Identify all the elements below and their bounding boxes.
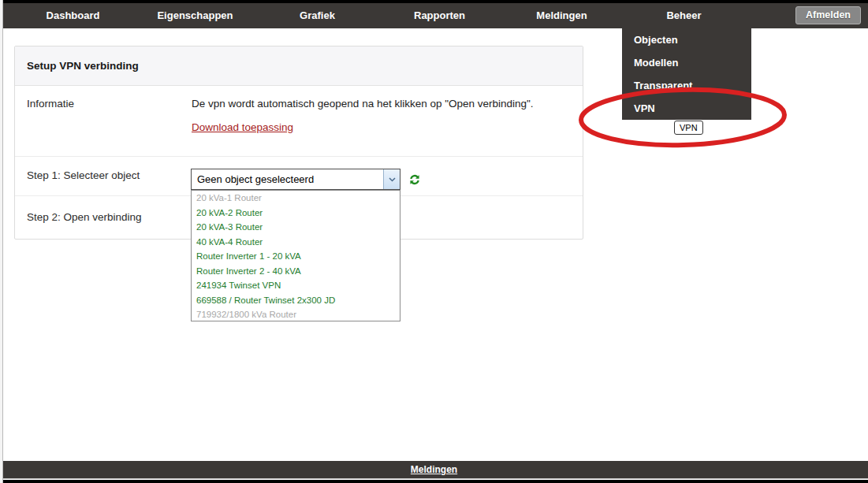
nav-item[interactable]: Dashboard	[12, 3, 134, 28]
menu-item[interactable]: Transparent	[622, 74, 751, 97]
nav-item[interactable]: Meldingen	[501, 3, 623, 28]
dropdown-option[interactable]: 719932/1800 kVa Router	[192, 307, 400, 321]
nav-item[interactable]: Rapporten	[378, 3, 501, 28]
top-navigation: DashboardEigenschappenGrafiekRapportenMe…	[0, 3, 868, 28]
menu-item[interactable]: Modellen	[622, 51, 751, 74]
beheer-dropdown-menu: ObjectenModellenTransparentVPN	[622, 28, 751, 120]
vpn-tooltip: VPN	[674, 121, 703, 135]
nav-item[interactable]: Eigenschappen	[134, 3, 256, 28]
dropdown-option[interactable]: 20 kVA-3 Router	[192, 220, 400, 235]
info-content: De vpn wordt automatisch geopend na het …	[192, 98, 534, 133]
dropdown-option[interactable]: 40 kVA-4 Router	[192, 235, 400, 250]
menu-item[interactable]: VPN	[622, 97, 751, 120]
dropdown-option[interactable]: 241934 Twinset VPN	[192, 278, 400, 293]
bottom-black-strip	[0, 480, 868, 483]
chevron-down-icon[interactable]	[383, 169, 400, 189]
left-edge-gutter	[0, 0, 3, 483]
dropdown-option[interactable]: Router Inverter 1 - 20 kVA	[192, 249, 400, 264]
refresh-icon[interactable]	[408, 173, 421, 186]
info-label: Informatie	[27, 98, 74, 110]
menu-item[interactable]: Objecten	[622, 28, 751, 51]
footer-bar: Meldingen	[0, 461, 868, 479]
nav-item[interactable]: Grafiek	[256, 3, 378, 28]
logout-button[interactable]: Afmelden	[795, 6, 861, 24]
info-row: Informatie De vpn wordt automatisch geop…	[15, 86, 583, 157]
object-select[interactable]: Geen object geselecteerd	[191, 169, 400, 190]
footer-meldingen-link[interactable]: Meldingen	[411, 461, 457, 478]
step2-label: Step 2: Open verbinding	[27, 211, 142, 223]
object-dropdown-list: 20 kVa-1 Router20 kVA-2 Router20 kVA-3 R…	[191, 190, 400, 321]
object-select-value: Geen object geselecteerd	[192, 169, 383, 189]
download-link[interactable]: Download toepassing	[192, 121, 293, 133]
dropdown-option[interactable]: 20 kVa-1 Router	[192, 191, 400, 206]
dropdown-option[interactable]: Router Inverter 2 - 40 kVA	[192, 264, 400, 279]
dropdown-option[interactable]: 20 kVA-2 Router	[192, 206, 400, 221]
nav-item[interactable]: Beheer	[623, 3, 745, 28]
panel-title: Setup VPN verbinding	[15, 46, 583, 86]
info-text: De vpn wordt automatisch geopend na het …	[192, 98, 534, 110]
step1-label: Step 1: Selecteer object	[27, 169, 140, 181]
dropdown-option[interactable]: 669588 / Router Twinset 2x300 JD	[192, 293, 400, 308]
